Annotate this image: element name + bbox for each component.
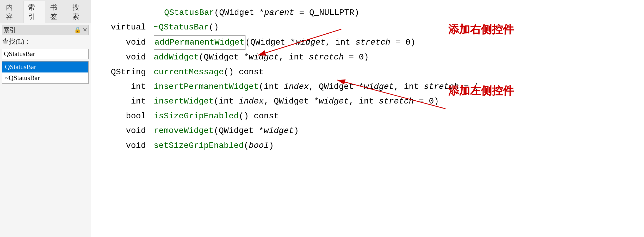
params-setsizegrip: (bool): [244, 139, 274, 153]
left-panel: 内容 索引 书签 搜索 索引 🔒 ✕ 查找(L)： QStatusBar ~QS…: [0, 0, 91, 237]
result-item-qstatusbar[interactable]: QStatusBar: [2, 62, 88, 72]
params-addperm: (QWidget *widget, int stretch = 0): [245, 35, 416, 50]
index-header: 索引 🔒 ✕: [2, 25, 89, 35]
method-constructor: QStatusBar: [164, 6, 214, 20]
tab-bar: 内容 索引 书签 搜索: [0, 0, 91, 23]
code-line-destructor: virtual ~QStatusBar(): [107, 20, 634, 34]
code-line-insertperm: int insertPermanentWidget(int index, QWi…: [107, 80, 634, 94]
annotation-text-right: 添加右侧控件: [448, 20, 514, 39]
method-removewidget: removeWidget: [154, 124, 214, 138]
params-issizegrip: () const: [239, 109, 279, 123]
method-insertpermanentwidget: insertPermanentWidget: [154, 80, 259, 94]
close-icon[interactable]: ✕: [83, 27, 87, 33]
code-line-insertwidget: int insertWidget(int index, QWidget *wid…: [107, 94, 634, 108]
index-panel: 索引 🔒 ✕ 查找(L)： QStatusBar ~QStatusBar: [0, 23, 91, 86]
result-list: QStatusBar ~QStatusBar: [2, 61, 89, 84]
result-item-destructor[interactable]: ~QStatusBar: [2, 72, 88, 83]
ret-qstring: QString: [107, 65, 154, 79]
params-insertperm: (int index, QWidget *widget, int stretch…: [259, 80, 479, 94]
code-line-issizegrip: bool isSizeGripEnabled() const: [107, 109, 634, 123]
ret-void-3: void: [107, 124, 154, 138]
index-header-icons: 🔒 ✕: [74, 27, 87, 33]
code-line-addperm: void addPermanentWidget(QWidget *widget,…: [107, 35, 634, 50]
params-constructor: (QWidget *parent = Q_NULLPTR): [214, 6, 359, 20]
method-insertwidget: insertWidget: [154, 94, 214, 108]
search-input[interactable]: [2, 49, 89, 59]
code-line-setsizegrip: void setSizeGripEnabled(bool): [107, 139, 634, 153]
search-label: 查找(L)：: [2, 37, 89, 46]
method-destructor: ~QStatusBar: [154, 20, 209, 34]
params-removewidget: (QWidget *widget): [214, 124, 299, 138]
ret-virtual: virtual: [107, 20, 154, 34]
method-setsizegripenabled: setSizeGripEnabled: [154, 139, 244, 153]
tab-index[interactable]: 索引: [23, 1, 45, 23]
right-panel: QStatusBar(QWidget *parent = Q_NULLPTR) …: [91, 0, 644, 237]
params-destructor: (): [209, 20, 219, 34]
method-issizegripenabled: isSizeGripEnabled: [154, 109, 239, 123]
tab-bookmark[interactable]: 书签: [45, 1, 67, 23]
tab-content[interactable]: 内容: [1, 1, 23, 23]
method-addwidget: addWidget: [154, 50, 199, 64]
pin-icon[interactable]: 🔒: [74, 27, 81, 33]
ret-void-4: void: [107, 139, 154, 153]
code-line-constructor: QStatusBar(QWidget *parent = Q_NULLPTR): [107, 6, 634, 20]
method-addpermanentwidget: addPermanentWidget: [154, 35, 245, 50]
tab-search[interactable]: 搜索: [67, 1, 90, 23]
params-currentmsg: () const: [224, 65, 264, 79]
ret-void-1: void: [107, 35, 154, 50]
code-line-removewidget: void removeWidget(QWidget *widget): [107, 124, 634, 138]
code-area: QStatusBar(QWidget *parent = Q_NULLPTR) …: [107, 6, 634, 153]
ret-int-1: int: [107, 80, 154, 94]
ret-void-2: void: [107, 50, 154, 64]
code-line-currentmsg: QString currentMessage() const: [107, 65, 634, 79]
code-line-addwidget: void addWidget(QWidget *widget, int stre…: [107, 50, 634, 64]
params-insertwidget: (int index, QWidget *widget, int stretch…: [214, 94, 439, 108]
ret-int-2: int: [107, 94, 154, 108]
params-addwidget: (QWidget *widget, int stretch = 0): [199, 50, 369, 64]
index-title: 索引: [3, 26, 16, 34]
method-currentmessage: currentMessage: [154, 65, 224, 79]
ret-bool: bool: [107, 109, 154, 123]
annotation-text-left: 添加左侧控件: [448, 81, 514, 100]
